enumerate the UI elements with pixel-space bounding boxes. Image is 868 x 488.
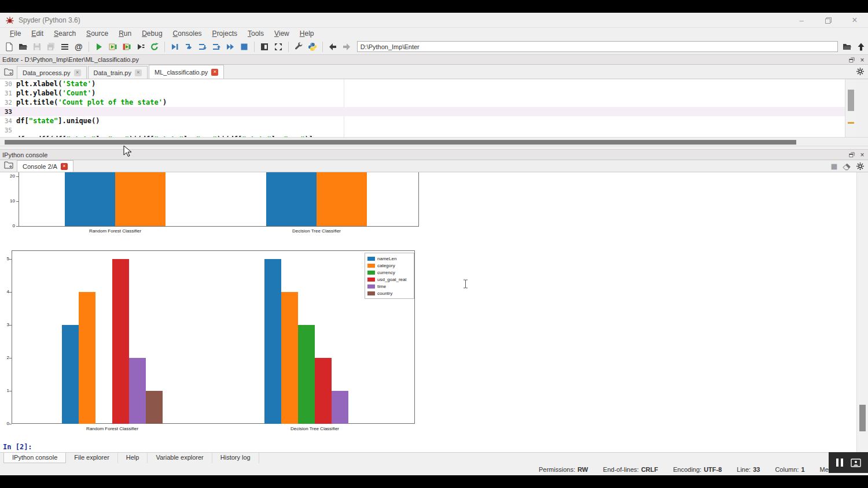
wrench-icon bbox=[294, 42, 303, 51]
bottom-tab-bar: IPython console File explorer Help Varia… bbox=[0, 452, 868, 463]
code-string: 'Count plot of the state' bbox=[58, 98, 163, 106]
bottom-tab-help[interactable]: Help bbox=[118, 453, 148, 463]
rerun-button[interactable] bbox=[148, 40, 161, 53]
tab-close-icon[interactable]: × bbox=[211, 69, 218, 76]
step-button[interactable] bbox=[182, 40, 196, 53]
webcam-icon[interactable] bbox=[851, 459, 861, 467]
pause-icon[interactable] bbox=[836, 458, 844, 467]
console-scrollbar-thumb[interactable] bbox=[859, 405, 866, 431]
new-file-button[interactable] bbox=[2, 40, 16, 53]
editor-scrollbar-thumb[interactable] bbox=[848, 90, 854, 111]
chart2-bar-category bbox=[79, 292, 95, 424]
debug-button[interactable] bbox=[168, 40, 182, 53]
tab-close-icon[interactable]: × bbox=[74, 69, 81, 76]
preferences-button[interactable] bbox=[292, 40, 306, 53]
chart2-bar-nameLen bbox=[264, 259, 281, 424]
parent-directory-button[interactable] bbox=[854, 40, 868, 53]
chart1-bar-series_blue bbox=[266, 172, 317, 226]
run-selection-button[interactable] bbox=[134, 40, 148, 53]
bottom-tab-ipython-console[interactable]: IPython console bbox=[3, 453, 66, 463]
menu-view[interactable]: View bbox=[269, 29, 295, 38]
minimize-button[interactable]: – bbox=[788, 13, 815, 28]
maximize-pane-icon bbox=[260, 42, 269, 51]
file-switcher-button[interactable] bbox=[58, 40, 72, 53]
tab-close-icon[interactable]: × bbox=[135, 69, 142, 76]
editor-undock-button[interactable] bbox=[848, 56, 856, 64]
chart2-tick-label: 4 bbox=[1, 289, 9, 294]
editor-vertical-scrollbar[interactable] bbox=[845, 79, 856, 137]
chart1-bar-series_blue bbox=[65, 172, 115, 226]
clear-console-button[interactable] bbox=[843, 162, 851, 173]
console-browse-tabs-button[interactable] bbox=[2, 159, 15, 171]
run-cell-button[interactable] bbox=[106, 40, 120, 53]
console-close-button[interactable]: × bbox=[858, 151, 866, 159]
code-line-34: 34 df["state"].unique() bbox=[0, 116, 856, 125]
bottom-tab-history-log[interactable]: History log bbox=[212, 453, 259, 463]
forward-button[interactable] bbox=[340, 40, 354, 53]
undock-icon bbox=[848, 151, 855, 158]
tab-console-2a[interactable]: Console 2/A × bbox=[17, 160, 73, 172]
editor-close-button[interactable]: × bbox=[858, 56, 866, 64]
run-cell-advance-button[interactable] bbox=[120, 40, 134, 53]
close-window-button[interactable]: × bbox=[841, 13, 868, 28]
console-panel-title: IPython console bbox=[2, 151, 47, 158]
fullscreen-button[interactable] bbox=[271, 40, 285, 53]
menu-tools[interactable]: Tools bbox=[242, 29, 269, 38]
save-button[interactable] bbox=[30, 40, 44, 53]
browse-directory-button[interactable] bbox=[840, 40, 854, 53]
console-undock-button[interactable] bbox=[848, 151, 856, 159]
step-return-button[interactable] bbox=[209, 40, 223, 53]
menu-debug[interactable]: Debug bbox=[137, 29, 167, 38]
restore-button[interactable] bbox=[815, 13, 841, 28]
legend-entry: usd_goal_real bbox=[367, 276, 411, 283]
tab-data-train[interactable]: Data_train.py × bbox=[88, 66, 148, 79]
editor-options-button[interactable] bbox=[856, 67, 865, 78]
menu-search[interactable]: Search bbox=[49, 29, 81, 38]
code-line-30: 30 plt.xlabel('State') bbox=[0, 79, 856, 88]
console-content[interactable]: In [2]: 01020Random Forest ClassifierDec… bbox=[0, 172, 856, 452]
working-directory-input[interactable] bbox=[357, 41, 838, 52]
menu-source[interactable]: Source bbox=[81, 29, 113, 38]
menu-run[interactable]: Run bbox=[113, 29, 137, 38]
tab-close-icon[interactable]: × bbox=[61, 163, 68, 170]
browse-tabs-button[interactable] bbox=[2, 66, 15, 77]
code-editor[interactable]: 30 plt.xlabel('State') 31 plt.ylabel('Co… bbox=[0, 79, 856, 137]
tab-ml-classificatio[interactable]: ML_classificatio.py × bbox=[149, 65, 224, 79]
step-into-button[interactable] bbox=[196, 40, 209, 53]
interrupt-kernel-button[interactable] bbox=[830, 162, 838, 173]
chart2-tick-mark bbox=[9, 358, 12, 358]
menu-projects[interactable]: Projects bbox=[207, 29, 242, 38]
console-vertical-scrollbar[interactable] bbox=[856, 172, 868, 452]
stop-icon bbox=[240, 42, 249, 51]
console-options-button[interactable] bbox=[856, 162, 865, 173]
legend-swatch bbox=[367, 257, 375, 261]
maximize-pane-button[interactable] bbox=[258, 40, 271, 53]
legend-entry: nameLen bbox=[367, 255, 411, 262]
interrupt-icon bbox=[830, 163, 838, 171]
stop-button[interactable] bbox=[237, 40, 251, 53]
menu-edit[interactable]: Edit bbox=[26, 29, 49, 38]
editor-hscrollbar-thumb[interactable] bbox=[5, 140, 796, 145]
status-bar: Permissions:RW End-of-lines:CRLF Encodin… bbox=[0, 463, 868, 475]
run-icon bbox=[94, 42, 104, 51]
chart2-bar-nameLen bbox=[62, 325, 79, 424]
step-icon bbox=[184, 42, 193, 51]
symbol-finder-button[interactable]: @ bbox=[72, 40, 86, 53]
save-all-button[interactable] bbox=[44, 40, 58, 53]
rerun-icon bbox=[150, 42, 159, 51]
run-button[interactable] bbox=[92, 40, 106, 53]
browse-tabs-icon bbox=[4, 161, 13, 169]
back-button[interactable] bbox=[326, 40, 340, 53]
tab-data-process[interactable]: Data_process.py × bbox=[17, 66, 87, 79]
code-text: ) bbox=[163, 98, 167, 106]
open-file-button[interactable] bbox=[16, 40, 30, 53]
menu-file[interactable]: File bbox=[5, 29, 26, 38]
chart1-tick-label: 10 bbox=[3, 198, 15, 204]
python-path-button[interactable] bbox=[306, 40, 319, 53]
menu-help[interactable]: Help bbox=[295, 29, 319, 38]
bottom-tab-variable-explorer[interactable]: Variable explorer bbox=[148, 453, 212, 463]
continue-button[interactable] bbox=[223, 40, 237, 53]
chart2-bar-time bbox=[332, 391, 348, 424]
menu-consoles[interactable]: Consoles bbox=[168, 29, 207, 38]
bottom-tab-file-explorer[interactable]: File explorer bbox=[66, 453, 118, 463]
